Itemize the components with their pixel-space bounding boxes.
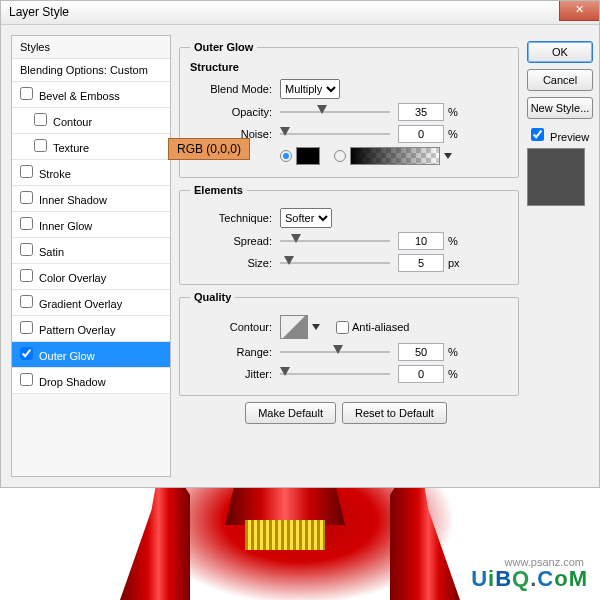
jitter-value[interactable]: 0 <box>398 365 444 383</box>
spread-value[interactable]: 10 <box>398 232 444 250</box>
spread-unit: % <box>448 235 468 247</box>
blend-mode-select[interactable]: Multiply <box>280 79 340 99</box>
style-drop-shadow[interactable]: Drop Shadow <box>12 368 170 394</box>
style-texture[interactable]: Texture <box>12 134 170 160</box>
rocket-base <box>225 485 345 525</box>
style-check[interactable] <box>20 295 33 308</box>
style-inner-glow[interactable]: Inner Glow <box>12 212 170 238</box>
style-inner-shadow[interactable]: Inner Shadow <box>12 186 170 212</box>
contour-picker[interactable] <box>280 315 308 339</box>
glow-gradient-swatch[interactable] <box>350 147 440 165</box>
quality-title: Quality <box>190 291 235 303</box>
elements-fieldset: Elements Technique: Softer Spread: 10 % … <box>179 184 519 285</box>
opacity-value[interactable]: 35 <box>398 103 444 121</box>
technique-select[interactable]: Softer <box>280 208 332 228</box>
blend-mode-label: Blend Mode: <box>190 83 272 95</box>
jitter-label: Jitter: <box>190 368 272 380</box>
close-button[interactable]: ✕ <box>559 1 599 21</box>
style-pattern-overlay[interactable]: Pattern Overlay <box>12 316 170 342</box>
blending-options[interactable]: Blending Options: Custom <box>12 59 170 82</box>
ok-button[interactable]: OK <box>527 41 593 63</box>
style-outer-glow[interactable]: Outer Glow <box>12 342 170 368</box>
spread-label: Spread: <box>190 235 272 247</box>
opacity-slider[interactable] <box>280 105 390 119</box>
jitter-slider[interactable] <box>280 367 390 381</box>
settings-panel: Outer Glow Structure Blend Mode: Multipl… <box>171 35 527 477</box>
contour-label: Contour: <box>190 321 272 333</box>
spread-slider[interactable] <box>280 234 390 248</box>
styles-header[interactable]: Styles <box>12 36 170 59</box>
jitter-unit: % <box>448 368 468 380</box>
rocket-exhaust <box>245 520 325 550</box>
noise-unit: % <box>448 128 468 140</box>
dialog-titlebar[interactable]: Layer Style <box>1 1 599 25</box>
cancel-button[interactable]: Cancel <box>527 69 593 91</box>
noise-value[interactable]: 0 <box>398 125 444 143</box>
gradient-radio[interactable] <box>334 150 346 162</box>
dialog-title: Layer Style <box>9 5 69 19</box>
outer-glow-legend: Outer Glow <box>190 41 257 53</box>
style-check[interactable] <box>20 243 33 256</box>
glow-color-swatch[interactable] <box>296 147 320 165</box>
style-check[interactable] <box>20 87 33 100</box>
preview-swatch <box>527 148 585 206</box>
opacity-label: Opacity: <box>190 106 272 118</box>
size-value[interactable]: 5 <box>398 254 444 272</box>
style-contour[interactable]: Contour <box>12 108 170 134</box>
style-color-overlay[interactable]: Color Overlay <box>12 264 170 290</box>
new-style-button[interactable]: New Style... <box>527 97 593 119</box>
range-slider[interactable] <box>280 345 390 359</box>
quality-fieldset: Quality Contour: Anti-aliased Range: 50 … <box>179 291 519 396</box>
style-check[interactable] <box>34 139 47 152</box>
layer-style-dialog: Layer Style ✕ Styles Blending Options: C… <box>0 0 600 488</box>
make-default-button[interactable]: Make Default <box>245 402 336 424</box>
technique-label: Technique: <box>190 212 272 224</box>
style-check[interactable] <box>20 347 33 360</box>
style-gradient-overlay[interactable]: Gradient Overlay <box>12 290 170 316</box>
rgb-callout: RGB (0,0,0) <box>168 138 250 160</box>
range-unit: % <box>448 346 468 358</box>
anti-alias-label: Anti-aliased <box>352 321 409 333</box>
style-bevel-emboss[interactable]: Bevel & Emboss <box>12 82 170 108</box>
size-slider[interactable] <box>280 256 390 270</box>
style-check[interactable] <box>20 165 33 178</box>
range-label: Range: <box>190 346 272 358</box>
opacity-unit: % <box>448 106 468 118</box>
structure-title: Structure <box>190 61 508 73</box>
size-label: Size: <box>190 257 272 269</box>
style-satin[interactable]: Satin <box>12 238 170 264</box>
style-check[interactable] <box>20 217 33 230</box>
style-check[interactable] <box>20 373 33 386</box>
styles-list: Styles Blending Options: Custom Bevel & … <box>11 35 171 477</box>
color-radio[interactable] <box>280 150 292 162</box>
range-value[interactable]: 50 <box>398 343 444 361</box>
style-check[interactable] <box>20 321 33 334</box>
preview-check[interactable] <box>531 128 544 141</box>
dialog-buttons: OK Cancel New Style... Preview <box>527 35 599 477</box>
size-unit: px <box>448 257 468 269</box>
contour-dropdown-icon[interactable] <box>312 324 320 330</box>
style-check[interactable] <box>20 269 33 282</box>
noise-slider[interactable] <box>280 127 390 141</box>
elements-title: Elements <box>190 184 247 196</box>
style-check[interactable] <box>20 191 33 204</box>
anti-alias-check[interactable] <box>336 321 349 334</box>
gradient-dropdown-icon[interactable] <box>444 153 452 159</box>
preview-label: Preview <box>550 131 589 143</box>
style-stroke[interactable]: Stroke <box>12 160 170 186</box>
style-check[interactable] <box>34 113 47 126</box>
reset-default-button[interactable]: Reset to Default <box>342 402 447 424</box>
watermark-main: UiBQ.CoM <box>471 566 588 592</box>
